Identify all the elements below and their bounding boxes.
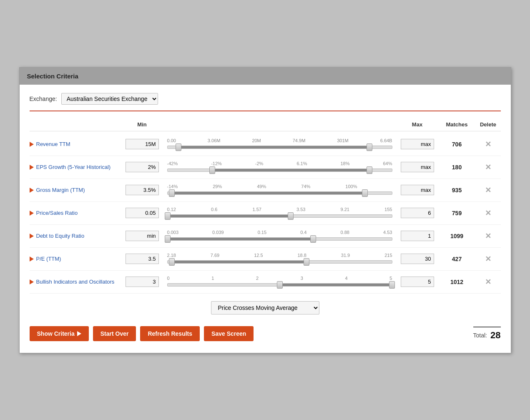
slider-thumb-min[interactable] [165, 235, 171, 243]
table-row: Debt to Equity Ratio0.0030.0390.150.40.8… [30, 225, 501, 248]
header-min: Min [121, 121, 163, 128]
slider-label: 0.12 [167, 207, 176, 212]
expand-icon [30, 211, 34, 216]
slider-thumb-min[interactable] [169, 189, 175, 197]
slider-label: 3.53 [296, 207, 305, 212]
header-slider [163, 121, 397, 128]
slider-thumb-max[interactable] [367, 166, 372, 174]
matches-value: 706 [438, 141, 476, 148]
slider-thumb-min[interactable] [277, 281, 283, 289]
max-input[interactable] [401, 231, 434, 241]
matches-value: 759 [438, 210, 476, 216]
slider-thumb-min[interactable] [176, 143, 181, 151]
criteria-label: EPS Growth (5-Year Historical) [36, 164, 111, 170]
slider-label: 74.9M [293, 138, 306, 143]
min-input[interactable] [126, 208, 159, 218]
slider-thumb-max[interactable] [310, 235, 316, 243]
criteria-name-cell[interactable]: Revenue TTM [30, 141, 121, 147]
delete-button[interactable]: ✕ [485, 232, 491, 240]
slider-label: 5 [389, 276, 392, 281]
slider-label: 0.003 [167, 230, 179, 235]
table-row: P/E (TTM)2.187.6912.518.831.9215427✕ [30, 248, 501, 271]
max-input[interactable] [401, 139, 434, 149]
slider-track[interactable] [167, 236, 392, 242]
min-input[interactable] [126, 277, 159, 287]
max-input[interactable] [401, 185, 434, 195]
criteria-table: Min Max Matches Delete Revenue TTM0.003.… [30, 119, 501, 294]
footer-buttons: Show Criteria Start Over Refresh Results… [30, 326, 254, 341]
start-over-button[interactable]: Start Over [93, 326, 136, 341]
slider-label: 6.64B [380, 138, 392, 143]
criteria-dropdown[interactable]: Price Crosses Moving Average Price Cross… [211, 301, 319, 314]
slider-thumb-min[interactable] [209, 166, 215, 174]
slider-thumb-max[interactable] [389, 281, 395, 289]
table-header: Min Max Matches Delete [30, 119, 501, 131]
slider-label: 3 [301, 276, 303, 281]
criteria-name-cell[interactable]: Bullish Indicators and Oscillators [30, 279, 121, 285]
exchange-select[interactable]: Australian Securities Exchange NYSE NASD… [61, 93, 158, 105]
min-input[interactable] [126, 254, 159, 264]
slider-label: 49% [257, 184, 266, 189]
slider-label: 0.88 [341, 230, 349, 235]
table-row: Price/Sales Ratio0.120.61.573.539.211557… [30, 202, 501, 225]
slider-track[interactable] [167, 213, 392, 219]
slider-track[interactable] [167, 259, 392, 265]
show-criteria-arrow-icon [77, 331, 81, 336]
exchange-row: Exchange: Australian Securities Exchange… [30, 93, 501, 111]
delete-button[interactable]: ✕ [485, 278, 491, 286]
slider-thumb-max[interactable] [362, 189, 368, 197]
save-screen-button[interactable]: Save Screen [204, 326, 254, 341]
slider-thumb-min[interactable] [165, 212, 171, 220]
criteria-name-cell[interactable]: Price/Sales Ratio [30, 210, 121, 216]
max-input[interactable] [401, 162, 434, 172]
slider-label: 20M [252, 138, 261, 143]
slider-label: 0 [167, 276, 170, 281]
slider-thumb-max[interactable] [367, 143, 372, 151]
slider-label: 18.8 [297, 253, 306, 258]
matches-value: 1099 [438, 233, 476, 239]
delete-button[interactable]: ✕ [485, 186, 491, 194]
slider-label: 155 [384, 207, 392, 212]
show-criteria-button[interactable]: Show Criteria [30, 326, 89, 341]
panel-header: Selection Criteria [20, 68, 511, 85]
slider-label: 6.1% [296, 161, 307, 166]
slider-label: 29% [213, 184, 222, 189]
refresh-results-button[interactable]: Refresh Results [140, 326, 200, 341]
slider-label: 4.53 [383, 230, 392, 235]
max-input[interactable] [401, 208, 434, 218]
criteria-name-cell[interactable]: Gross Margin (TTM) [30, 187, 121, 193]
expand-icon [30, 142, 34, 147]
criteria-name-cell[interactable]: EPS Growth (5-Year Historical) [30, 164, 121, 170]
total-value: 28 [490, 330, 500, 341]
delete-button[interactable]: ✕ [485, 141, 491, 148]
slider-label: 0.039 [212, 230, 224, 235]
slider-container: 012345 [163, 276, 397, 288]
slider-thumb-max[interactable] [304, 258, 309, 266]
slider-label: 64% [383, 161, 392, 166]
slider-thumb-max[interactable] [288, 212, 294, 220]
slider-label: 1.57 [252, 207, 261, 212]
slider-container: 0.0030.0390.150.40.884.53 [163, 230, 397, 242]
max-input[interactable] [401, 254, 434, 264]
delete-button[interactable]: ✕ [485, 163, 491, 171]
min-input[interactable] [126, 185, 159, 195]
slider-thumb-min[interactable] [169, 258, 175, 266]
criteria-name-cell[interactable]: Debt to Equity Ratio [30, 233, 121, 239]
delete-button[interactable]: ✕ [485, 255, 491, 263]
slider-track[interactable] [167, 190, 392, 196]
expand-icon [30, 279, 34, 284]
slider-track[interactable] [167, 282, 392, 288]
slider-container: 0.003.06M20M74.9M301M6.64B [163, 138, 397, 151]
slider-track[interactable] [167, 167, 392, 174]
slider-label: 0.15 [258, 230, 266, 235]
min-input[interactable] [126, 231, 159, 241]
slider-label: 74% [301, 184, 310, 189]
min-input[interactable] [126, 139, 159, 149]
matches-value: 427 [438, 256, 476, 262]
slider-container: -42%-12%-2%6.1%18%64% [163, 161, 397, 174]
max-input[interactable] [401, 277, 434, 287]
min-input[interactable] [126, 162, 159, 172]
criteria-name-cell[interactable]: P/E (TTM) [30, 256, 121, 262]
slider-track[interactable] [167, 144, 392, 151]
delete-button[interactable]: ✕ [485, 209, 491, 217]
